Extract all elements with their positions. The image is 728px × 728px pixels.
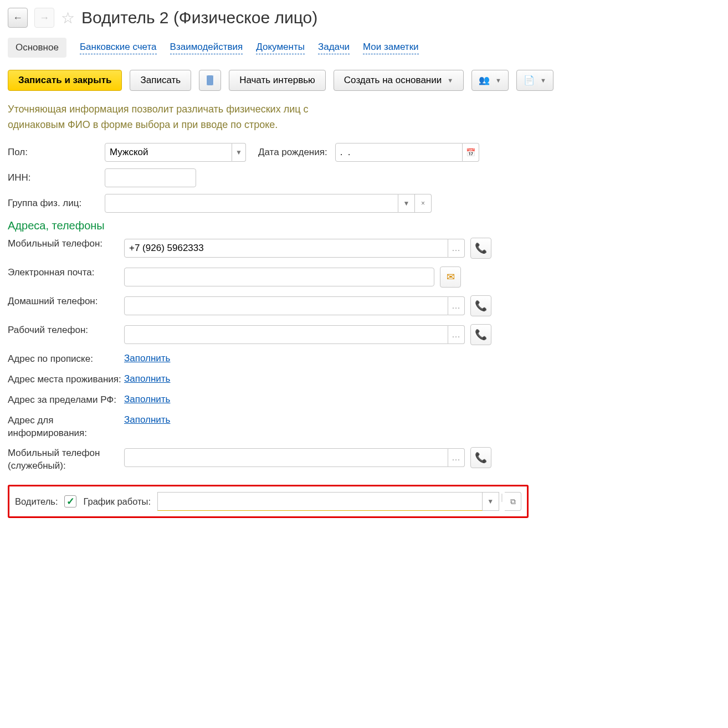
addr-abroad-fill-link[interactable]: Заполнить xyxy=(124,394,170,405)
people-icon xyxy=(479,75,490,86)
chevron-down-icon: ▼ xyxy=(447,77,453,84)
addr-live-fill-link[interactable]: Заполнить xyxy=(124,373,170,384)
contacts-section-title: Адреса, телефоны xyxy=(8,219,720,232)
nav-forward-button[interactable]: → xyxy=(34,8,54,28)
phone-icon xyxy=(475,452,487,464)
home-phone-more-button[interactable]: … xyxy=(448,296,465,315)
create-based-on-label: Создать на основании xyxy=(344,75,442,86)
mobile-service-label: Мобильный телефон (служебный): xyxy=(8,447,124,473)
mobile-more-button[interactable]: … xyxy=(448,239,465,258)
create-based-on-button[interactable]: Создать на основании ▼ xyxy=(334,70,464,91)
nav-back-button[interactable]: ← xyxy=(8,8,28,28)
mobile-service-call-button[interactable] xyxy=(470,447,491,468)
structure-button[interactable] xyxy=(199,70,221,91)
gender-label: Пол: xyxy=(8,147,105,158)
tab-bank-accounts[interactable]: Банковские счета xyxy=(80,42,157,54)
group-input[interactable] xyxy=(105,194,398,213)
mobile-service-input[interactable] xyxy=(124,448,448,467)
inn-input[interactable] xyxy=(105,168,196,187)
dob-input[interactable] xyxy=(335,143,463,162)
mobile-input[interactable] xyxy=(124,239,448,258)
home-phone-label: Домашний телефон: xyxy=(8,295,124,308)
addr-notify-fill-link[interactable]: Заполнить xyxy=(124,414,170,425)
phone-icon xyxy=(475,242,487,254)
gender-select[interactable] xyxy=(105,143,232,162)
group-clear-button[interactable]: × xyxy=(415,194,432,213)
tab-tasks[interactable]: Задачи xyxy=(318,42,350,54)
email-label: Электронная почта: xyxy=(8,266,124,279)
work-phone-input[interactable] xyxy=(124,325,448,344)
dob-label: Дата рождения: xyxy=(258,147,327,158)
group-label: Группа физ. лиц: xyxy=(8,198,105,209)
database-icon xyxy=(206,75,214,85)
addr-notify-label: Адрес для информирования: xyxy=(8,414,124,440)
tab-my-notes[interactable]: Мои заметки xyxy=(363,42,419,54)
driver-schedule-bar: Водитель: ✓ График работы: ▼ | xyxy=(8,485,529,518)
addr-live-label: Адрес места проживания: xyxy=(8,373,124,386)
work-phone-more-button[interactable]: … xyxy=(448,325,465,344)
doc-menu-button[interactable]: ▼ xyxy=(516,70,553,91)
schedule-open-button[interactable] xyxy=(505,492,521,511)
home-phone-input[interactable] xyxy=(124,296,448,315)
email-send-button[interactable] xyxy=(440,266,461,288)
schedule-label: График работы: xyxy=(83,496,151,507)
group-dropdown-button[interactable]: ▼ xyxy=(398,194,415,213)
tab-interactions[interactable]: Взаимодействия xyxy=(170,42,243,54)
popout-icon xyxy=(510,497,516,506)
users-menu-button[interactable]: ▼ xyxy=(471,70,509,91)
separator: | xyxy=(499,492,505,511)
work-call-button[interactable] xyxy=(470,324,491,345)
addr-reg-label: Адрес по прописке: xyxy=(8,353,124,366)
email-input[interactable] xyxy=(124,268,434,286)
page-title: Водитель 2 (Физическое лицо) xyxy=(81,8,317,27)
save-and-close-button[interactable]: Записать и закрыть xyxy=(8,70,122,91)
gender-dropdown-button[interactable]: ▼ xyxy=(232,143,246,162)
phone-icon xyxy=(475,300,487,312)
schedule-dropdown-button[interactable]: ▼ xyxy=(483,492,499,511)
mail-icon xyxy=(447,271,455,283)
favorite-star-icon[interactable]: ☆ xyxy=(61,9,75,27)
document-icon xyxy=(524,75,535,86)
calendar-icon xyxy=(466,148,475,157)
dob-calendar-button[interactable] xyxy=(463,143,479,162)
schedule-input[interactable] xyxy=(157,492,483,511)
phone-icon xyxy=(475,329,487,341)
mobile-service-more-button[interactable]: … xyxy=(448,448,465,467)
save-button[interactable]: Записать xyxy=(130,70,191,91)
mobile-call-button[interactable] xyxy=(470,238,491,259)
work-phone-label: Рабочий телефон: xyxy=(8,324,124,337)
addr-abroad-label: Адрес за пределами РФ: xyxy=(8,394,124,407)
inn-label: ИНН: xyxy=(8,172,105,183)
tab-documents[interactable]: Документы xyxy=(256,42,305,54)
driver-checkbox[interactable]: ✓ xyxy=(64,495,76,507)
chevron-down-icon: ▼ xyxy=(495,77,501,84)
hint-text: Уточняющая информация позволит различать… xyxy=(8,102,335,133)
start-interview-button[interactable]: Начать интервью xyxy=(229,70,326,91)
home-call-button[interactable] xyxy=(470,295,491,316)
addr-reg-fill-link[interactable]: Заполнить xyxy=(124,353,170,364)
mobile-label: Мобильный телефон: xyxy=(8,238,124,250)
driver-label: Водитель: xyxy=(15,496,58,507)
chevron-down-icon: ▼ xyxy=(540,77,546,84)
tab-main[interactable]: Основное xyxy=(8,38,66,58)
